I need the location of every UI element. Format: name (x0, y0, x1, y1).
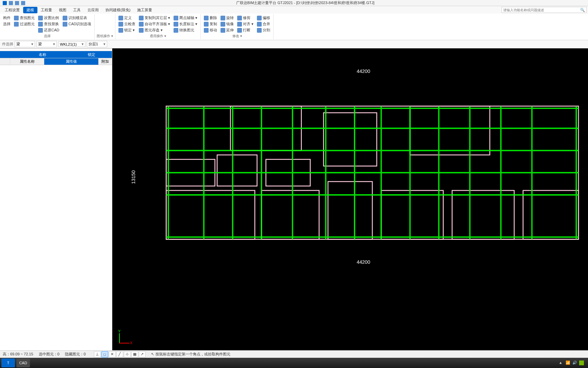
ribbon-btn-0-1-1[interactable]: 过滤图元 (13, 21, 36, 27)
ribbon-btn-3-2-1[interactable]: 对齐 ▾ (236, 21, 255, 27)
ribbon-btn-0-0-1[interactable]: 选择 (2, 21, 12, 27)
tool-grid[interactable]: ▦ (131, 351, 138, 357)
svg-text:44200: 44200 (357, 68, 370, 74)
tool-snap[interactable]: ⊹ (124, 351, 131, 357)
titlebar-quick-icons (3, 1, 25, 5)
status-hint: ↖ 按鼠标左键指定第一个角点，或拾取构件图元 (151, 352, 230, 357)
nvidia-icon[interactable] (579, 361, 584, 365)
system-tray[interactable]: ▲ 📶 🔊 (559, 361, 587, 365)
svg-rect-12 (328, 182, 372, 239)
tool-cross[interactable]: ✕ (109, 351, 116, 357)
network-icon[interactable]: 📶 (566, 361, 570, 365)
ribbon-btn-2-1-0[interactable]: 复制到其它层 ▾ (138, 15, 171, 21)
ribbon-group-0: 构件选择查找图元过滤图元设置比例查找替换还原CAD识别楼层表CAD识别选项选择 (0, 14, 95, 39)
ribbon-icon (139, 16, 144, 20)
ribbon-icon (257, 28, 262, 33)
ribbon-btn-2-1-1[interactable]: 自动平齐顶板 ▾ (138, 21, 171, 27)
header-lock: 锁定 (85, 52, 98, 57)
search-box[interactable]: 🔍 (502, 7, 587, 13)
menu-3[interactable]: 视图 (55, 7, 70, 13)
dropdown-component[interactable]: WKL21(1) (58, 41, 85, 47)
status-selected: 选中图元：0 (39, 352, 60, 357)
redo-icon[interactable] (21, 1, 25, 5)
ribbon-btn-3-0-0[interactable]: 删除 (203, 15, 218, 21)
ribbon-icon (204, 22, 209, 27)
menu-2[interactable]: 工程量 (37, 7, 55, 13)
left-panel: 名称 锁定 属性名称 属性值 附加 (0, 48, 112, 350)
cursor-icon: ↖ (151, 352, 154, 356)
volume-icon[interactable]: 🔊 (572, 361, 577, 365)
ribbon-btn-2-1-2[interactable]: 图元存盘 ▾ (138, 27, 171, 33)
ribbon-btn-0-2-2[interactable]: 还原CAD (37, 27, 60, 33)
menu-0[interactable]: 工程设置 (1, 7, 23, 13)
ribbon-btn-0-3-0[interactable]: 识别楼层表 (62, 15, 92, 21)
ribbon-icon (220, 16, 225, 20)
header-name: 名称 (0, 51, 85, 58)
ribbon-icon (220, 28, 225, 33)
save-icon[interactable] (9, 1, 13, 5)
ribbon-btn-0-1-0[interactable]: 查找图元 (13, 15, 36, 21)
app-icon (3, 1, 7, 5)
ribbon-icon (257, 22, 262, 27)
tray-icon[interactable]: ▲ (559, 361, 564, 365)
x-label: X (130, 341, 132, 345)
prop-header-name: 属性名称 (10, 58, 44, 65)
ribbon-group-3: 删除复制移动旋转镜像延伸修剪对齐 ▾打断偏移合并分割修改 ▾ (201, 14, 274, 39)
dropdown-type[interactable]: 梁 (36, 41, 57, 47)
svg-text:44200: 44200 (357, 259, 370, 265)
ribbon-btn-3-3-2[interactable]: 分割 (256, 27, 271, 33)
prop-header-value: 属性值 (44, 58, 98, 65)
search-input[interactable] (503, 8, 580, 12)
ribbon-btn-3-1-1[interactable]: 镜像 (219, 21, 235, 27)
ribbon-btn-3-0-1[interactable]: 复制 (203, 21, 218, 27)
menu-6[interactable]: 协同建模(限免) (102, 7, 134, 13)
status-floor: 高：69.09 ~ 72.15 (3, 352, 33, 357)
ribbon-btn-3-2-0[interactable]: 修剪 (236, 15, 255, 21)
svg-text:13150: 13150 (131, 170, 136, 184)
statusbar: 高：69.09 ~ 72.15 选中图元：0 隐藏图元：0 ⊥ □ ✕ ╱ ⊹ … (0, 350, 588, 358)
tool-point[interactable]: ⊥ (94, 351, 101, 357)
svg-rect-8 (217, 155, 257, 186)
menu-7[interactable]: 施工算量 (134, 7, 156, 13)
ribbon-btn-3-2-2[interactable]: 打断 (236, 27, 255, 33)
ribbon-btn-0-0-0[interactable]: 构件 (2, 15, 12, 21)
ribbon-btn-3-1-0[interactable]: 旋转 (219, 15, 235, 21)
ribbon-btn-2-0-0[interactable]: 定义 (117, 15, 136, 21)
ribbon-btn-0-2-0[interactable]: 设置比例 (37, 15, 60, 21)
ribbon-btn-3-3-0[interactable]: 偏移 (256, 15, 271, 21)
menu-4[interactable]: 工具 (70, 7, 84, 13)
ribbon-btn-3-3-1[interactable]: 合并 (256, 21, 271, 27)
ribbon-icon (63, 16, 67, 20)
dropdown-category[interactable]: 梁 (15, 41, 35, 47)
menu-1[interactable]: 建模 (23, 7, 37, 13)
canvas[interactable]: 44200 44200 13150 (112, 48, 588, 350)
x-axis (119, 343, 129, 343)
ribbon-btn-0-2-1[interactable]: 查找替换 (37, 21, 60, 27)
undo-icon[interactable] (15, 1, 19, 5)
ribbon-btn-2-2-2[interactable]: 转换图元 (173, 27, 198, 33)
menubar: 工程设置建模工程量视图工具云应用协同建模(限免)施工算量 🔍 (0, 6, 588, 14)
ribbon-btn-0-3-1[interactable]: CAD识别选项 (62, 21, 92, 27)
tool-rect[interactable]: □ (101, 351, 108, 357)
ribbon-btn-2-0-1[interactable]: 云检查 (117, 21, 136, 27)
ribbon-btn-2-0-2[interactable]: 锁定 ▾ (117, 27, 136, 33)
prop-header-add: 附加 (98, 58, 112, 65)
property-rows[interactable] (0, 65, 112, 350)
ribbon-group-label: 选择 (2, 33, 92, 39)
y-label: Y (118, 329, 120, 333)
taskbar: T CAD ▲ 📶 🔊 (0, 358, 588, 368)
ribbon-btn-3-0-2[interactable]: 移动 (203, 27, 218, 33)
ribbon-icon (63, 22, 67, 27)
menu-5[interactable]: 云应用 (84, 7, 102, 13)
task-app-1[interactable]: T (1, 358, 15, 367)
dropdown-layer[interactable]: 分层1 (87, 41, 107, 47)
property-header: 属性名称 属性值 附加 (0, 58, 112, 65)
svg-rect-14 (452, 190, 514, 239)
ribbon-btn-2-2-0[interactable]: 两点辅轴 ▾ (173, 15, 198, 21)
tool-line[interactable]: ╱ (116, 351, 123, 357)
task-app-2[interactable]: CAD (16, 358, 30, 367)
ribbon-btn-2-2-1[interactable]: 长度标注 ▾ (173, 21, 198, 27)
ribbon-btn-3-1-2[interactable]: 延伸 (219, 27, 235, 33)
search-icon[interactable]: 🔍 (580, 8, 585, 12)
tool-arrow[interactable]: ↗ (139, 351, 146, 357)
